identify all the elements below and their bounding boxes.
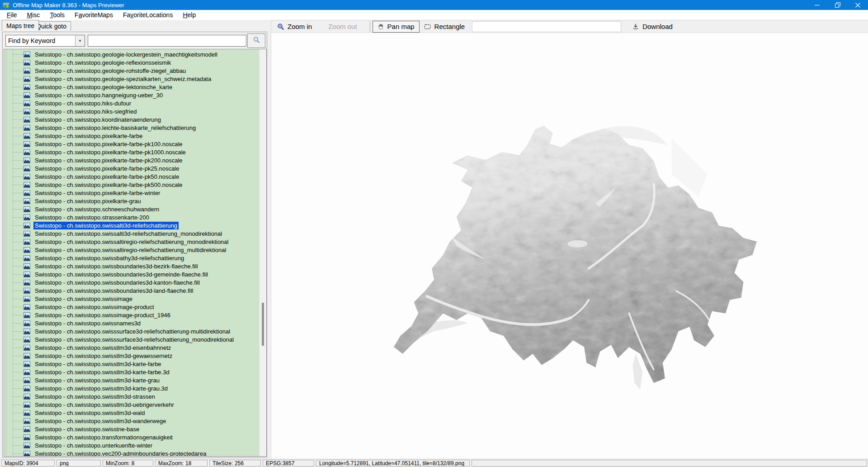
tree-item[interactable]: Swisstopo - ch.swisstopo.swissimage-prod…: [4, 311, 259, 319]
tree-item[interactable]: Swisstopo - ch.swisstopo.swissalti3d-rel…: [4, 221, 259, 229]
tree-item[interactable]: Swisstopo - ch.swisstopo.swissaltiregio-…: [4, 246, 259, 254]
menu-item[interactable]: Help: [178, 10, 201, 19]
tree-scrollbar-track[interactable]: [259, 49, 266, 456]
tree-item[interactable]: Swisstopo - ch.swisstopo.geologie-tekton…: [4, 83, 259, 91]
search-button[interactable]: [247, 33, 265, 48]
tree-item[interactable]: Swisstopo - ch.swisstopo.koordinatenaend…: [4, 115, 259, 124]
tree-connector: [13, 79, 23, 79]
tree-item[interactable]: Swisstopo - ch.swisstopo.unterkuenfte-wi…: [4, 441, 259, 449]
tree-connector: [13, 396, 23, 397]
tree-scrollbar-thumb[interactable]: [262, 303, 264, 346]
tree-item[interactable]: Swisstopo - ch.swisstopo.pixelkarte-farb…: [4, 181, 259, 189]
tree-item[interactable]: Swisstopo - ch.swisstopo.schneeschuhwand…: [4, 205, 259, 213]
tree-item[interactable]: Swisstopo - ch.swisstopo.swisstlm3d-eise…: [4, 343, 259, 352]
tree-item[interactable]: Swisstopo - ch.swisstopo.swissbathy3d-re…: [4, 254, 259, 262]
tree-item[interactable]: Swisstopo - ch.swisstopo.geologie-spezia…: [4, 75, 259, 83]
tree-item[interactable]: Swisstopo - ch.swisstopo.swissboundaries…: [4, 278, 259, 286]
tab-maps-tree[interactable]: Maps tree: [2, 20, 39, 31]
tree-item-label: Swisstopo - ch.swisstopo.swissaltiregio-…: [33, 246, 227, 254]
tree-item[interactable]: Swisstopo - ch.swisstopo.pixelkarte-farb…: [4, 172, 259, 181]
tree-item[interactable]: Swisstopo - ch.swisstopo.vec200-adminbou…: [4, 449, 259, 456]
tree-item[interactable]: Swisstopo - ch.swisstopo.geologie-rohsto…: [4, 67, 259, 75]
tree-item[interactable]: Swisstopo - ch.swisstopo.hangneigung-ueb…: [4, 91, 259, 99]
tree-item[interactable]: Swisstopo - ch.swisstopo.transformations…: [4, 433, 259, 441]
tree-item-label: Swisstopo - ch.swisstopo.swissimage: [33, 295, 134, 303]
tree-item[interactable]: Swisstopo - ch.swisstopo.swisstlm3d-kart…: [4, 368, 259, 376]
tree-item[interactable]: Swisstopo - ch.swisstopo.swisstlm3d-stra…: [4, 392, 259, 400]
tree-item[interactable]: Swisstopo - ch.swisstopo.swisssurface3d-…: [4, 327, 259, 335]
coordinate-input[interactable]: [472, 21, 621, 32]
tree-connector: [13, 62, 23, 63]
menu-item[interactable]: File: [2, 10, 22, 19]
tree-item[interactable]: Swisstopo - ch.swisstopo.pixelkarte-farb…: [4, 140, 259, 148]
pan-map-button[interactable]: Pan map: [373, 21, 420, 33]
tree-item[interactable]: Swisstopo - ch.swisstopo.pixelkarte-farb…: [4, 148, 259, 156]
tree-item[interactable]: Swisstopo - ch.swisstopo.swisstlm3d-kart…: [4, 376, 259, 384]
map-layer-icon: [24, 263, 30, 269]
tree-item[interactable]: Swisstopo - ch.swisstopo.swisstlm3d-gewa…: [4, 352, 259, 360]
tree-item-label: Swisstopo - ch.swisstopo.swisstlm3d-kart…: [33, 368, 171, 376]
tree-item-label: Swisstopo - ch.swisstopo.swissimage-prod…: [33, 311, 172, 319]
tree-item-label: Swisstopo - ch.swisstopo.hiks-dufour: [33, 100, 132, 107]
tree-item[interactable]: Swisstopo - ch.swisstopo.geologie-locker…: [4, 50, 259, 58]
tree-item[interactable]: Swisstopo - ch.swisstopo.swisssurface3d-…: [4, 335, 259, 343]
tree-item-label: Swisstopo - ch.swisstopo.pixelkarte-farb…: [33, 140, 184, 148]
tree-item-label: Swisstopo - ch.swisstopo.transformations…: [33, 434, 174, 441]
tree-item-label: Swisstopo - ch.swisstopo.swisstlm3d-eise…: [33, 344, 172, 352]
tree-connector: [13, 372, 23, 372]
tree-item-label: Swisstopo - ch.swisstopo.strassenkarte-2…: [33, 214, 151, 221]
menu-item[interactable]: Tools: [45, 10, 70, 19]
find-mode-select[interactable]: Find by Keyword ▼: [5, 35, 85, 47]
download-button[interactable]: Download: [632, 23, 673, 30]
tree-item[interactable]: Swisstopo - ch.swisstopo.hiks-dufour: [4, 99, 259, 107]
tree-item[interactable]: Swisstopo - ch.swisstopo.swissaltiregio-…: [4, 238, 259, 246]
tree-item[interactable]: Swisstopo - ch.swisstopo.swisstlm3d-kart…: [4, 360, 259, 368]
map-layer-icon: [24, 68, 30, 74]
status-segment: png: [57, 460, 101, 467]
restore-button[interactable]: [827, 0, 848, 10]
tree-item-label: Swisstopo - ch.swisstopo.hiks-siegfried: [33, 108, 138, 115]
tree-item-label: Swisstopo - ch.swisstopo.pixelkarte-farb…: [33, 165, 180, 172]
search-input[interactable]: [88, 35, 246, 47]
map-layer-icon: [24, 394, 30, 400]
tree-item[interactable]: Swisstopo - ch.swisstopo.swisstlm3d-wand…: [4, 417, 259, 425]
tree-item[interactable]: Swisstopo - ch.swisstopo.swissboundaries…: [4, 262, 259, 270]
tree-connector: [13, 421, 23, 421]
map-area[interactable]: [271, 33, 868, 459]
tree-item-label: Swisstopo - ch.swisstopo.vec200-adminbou…: [33, 450, 208, 457]
rectangle-button[interactable]: Rectangle: [424, 23, 465, 30]
download-label: Download: [642, 23, 673, 30]
tree-item[interactable]: Swisstopo - ch.swisstopo.swissimage-prod…: [4, 303, 259, 311]
tree-item[interactable]: Swisstopo - ch.swisstopo.pixelkarte-farb…: [4, 132, 259, 140]
tree-item[interactable]: Swisstopo - ch.swisstopo.pixelkarte-farb…: [4, 156, 259, 164]
tree-item[interactable]: Swisstopo - ch.swisstopo.leichte-basiska…: [4, 124, 259, 132]
tree-item[interactable]: Swisstopo - ch.swisstopo.swissboundaries…: [4, 286, 259, 295]
tree-item[interactable]: Swisstopo - ch.swisstopo.pixelkarte-farb…: [4, 189, 259, 197]
tree-item[interactable]: Swisstopo - ch.swisstopo.swisstlm3d-kart…: [4, 384, 259, 392]
menu-item[interactable]: FavoriteMaps: [70, 10, 118, 19]
tree-item[interactable]: Swisstopo - ch.swisstopo.swissimage: [4, 295, 259, 303]
menu-item[interactable]: FavoriteLocations: [118, 10, 178, 19]
tree-item[interactable]: Swisstopo - ch.swisstopo.strassenkarte-2…: [4, 213, 259, 221]
tree-connector: [13, 274, 23, 275]
tree-item[interactable]: Swisstopo - ch.swisstopo.swisstlm3d-uebr…: [4, 400, 259, 409]
tree-item[interactable]: Swisstopo - ch.swisstopo.swissalti3d-rel…: [4, 229, 259, 238]
tree-connector: [13, 339, 23, 340]
tree-item[interactable]: Swisstopo - ch.swisstopo.pixelkarte-grau: [4, 197, 259, 205]
menu-item[interactable]: Misc: [22, 10, 45, 19]
tree-item[interactable]: Swisstopo - ch.swisstopo.geologie-reflex…: [4, 58, 259, 67]
tree-item[interactable]: Swisstopo - ch.swisstopo.swisstne-base: [4, 425, 259, 433]
tree-item-label: Swisstopo - ch.swisstopo.swisssurface3d-…: [33, 328, 231, 335]
pan-map-label: Pan map: [387, 23, 415, 30]
zoom-in-button[interactable]: Zoom in: [277, 23, 312, 30]
map-layer-icon: [24, 361, 30, 367]
map-preview-switzerland[interactable]: [384, 120, 766, 390]
tree-item[interactable]: Swisstopo - ch.swisstopo.hiks-siegfried: [4, 107, 259, 115]
tree-item[interactable]: Swisstopo - ch.swisstopo.swisstlm3d-wald: [4, 409, 259, 417]
close-button[interactable]: [848, 0, 868, 10]
tree-item[interactable]: Swisstopo - ch.swisstopo.swissnames3d: [4, 319, 259, 327]
minimize-button[interactable]: [807, 0, 827, 10]
tree-item[interactable]: Swisstopo - ch.swisstopo.pixelkarte-farb…: [4, 164, 259, 172]
download-icon: [632, 23, 639, 30]
tree-item[interactable]: Swisstopo - ch.swisstopo.swissboundaries…: [4, 270, 259, 278]
